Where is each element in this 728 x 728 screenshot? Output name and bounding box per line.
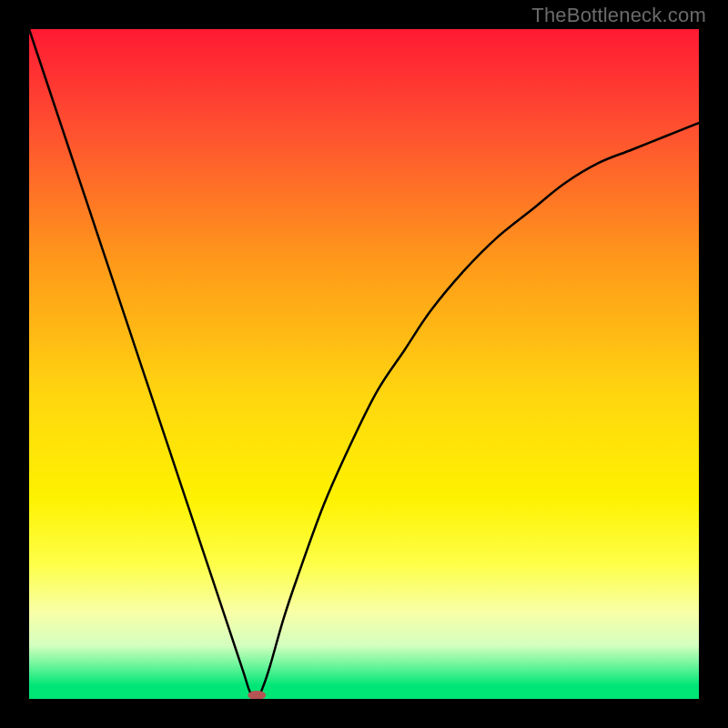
- watermark-text: TheBottleneck.com: [531, 4, 706, 27]
- notch-marker: [248, 691, 266, 699]
- bottleneck-curve: [29, 29, 699, 699]
- chart-svg: [29, 29, 699, 699]
- chart-plot-area: [29, 29, 699, 699]
- chart-frame: TheBottleneck.com: [0, 0, 728, 728]
